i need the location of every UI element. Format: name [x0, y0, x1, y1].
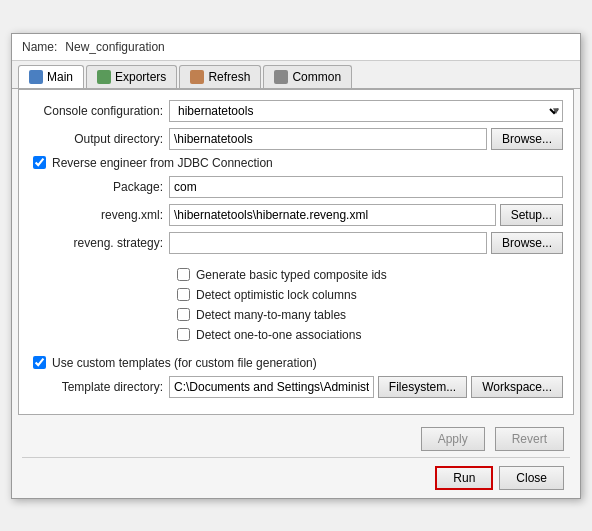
tab-exporters[interactable]: Exporters — [86, 65, 177, 88]
reveng-strategy-row: reveng. strategy: Browse... — [29, 232, 563, 254]
config-name: New_configuration — [65, 40, 164, 54]
checkbox4-label: Detect one-to-one associations — [196, 328, 361, 342]
bottom-area: Apply Revert Run Close — [12, 415, 580, 498]
exporters-icon — [97, 70, 111, 84]
console-config-row: Console configuration: hibernatetools ▼ — [29, 100, 563, 122]
custom-templates-row: Use custom templates (for custom file ge… — [29, 356, 563, 370]
checkbox1[interactable] — [177, 268, 190, 281]
run-close-row: Run Close — [22, 457, 570, 490]
console-config-select[interactable]: hibernatetools — [169, 100, 563, 122]
tab-content: Console configuration: hibernatetools ▼ … — [18, 89, 574, 415]
package-input[interactable] — [169, 176, 563, 198]
custom-templates-label: Use custom templates (for custom file ge… — [52, 356, 317, 370]
checkbox3-label: Detect many-to-many tables — [196, 308, 346, 322]
tab-main[interactable]: Main — [18, 65, 84, 88]
package-row: Package: — [29, 176, 563, 198]
refresh-icon — [190, 70, 204, 84]
browse2-button[interactable]: Browse... — [491, 232, 563, 254]
apply-revert-row: Apply Revert — [22, 423, 570, 451]
checkbox1-label: Generate basic typed composite ids — [196, 268, 387, 282]
apply-button[interactable]: Apply — [421, 427, 485, 451]
template-dir-input[interactable] — [169, 376, 374, 398]
dialog-window: Name: New_configuration Main Exporters R… — [11, 33, 581, 499]
close-button[interactable]: Close — [499, 466, 564, 490]
tab-exporters-label: Exporters — [115, 70, 166, 84]
reveng-strategy-input[interactable] — [169, 232, 487, 254]
output-dir-row: Output directory: Browse... — [29, 128, 563, 150]
output-dir-label: Output directory: — [29, 132, 169, 146]
template-dir-label: Template directory: — [29, 380, 169, 394]
reverse-engineer-label: Reverse engineer from JDBC Connection — [52, 156, 273, 170]
checkbox3-row: Detect many-to-many tables — [29, 308, 563, 322]
reveng-strategy-label: reveng. strategy: — [29, 236, 169, 250]
workspace-button[interactable]: Workspace... — [471, 376, 563, 398]
main-icon — [29, 70, 43, 84]
tab-refresh-label: Refresh — [208, 70, 250, 84]
reverse-engineer-row: Reverse engineer from JDBC Connection — [29, 156, 563, 170]
console-config-select-wrapper: hibernatetools ▼ — [169, 100, 563, 122]
common-icon — [274, 70, 288, 84]
title-bar: Name: New_configuration — [12, 34, 580, 61]
name-label: Name: — [22, 40, 57, 54]
checkbox1-row: Generate basic typed composite ids — [29, 268, 563, 282]
checkbox2[interactable] — [177, 288, 190, 301]
tab-refresh[interactable]: Refresh — [179, 65, 261, 88]
reveng-xml-label: reveng.xml: — [29, 208, 169, 222]
revert-button[interactable]: Revert — [495, 427, 564, 451]
run-button[interactable]: Run — [435, 466, 493, 490]
template-dir-row: Template directory: Filesystem... Worksp… — [29, 376, 563, 398]
output-dir-input[interactable] — [169, 128, 487, 150]
console-config-label: Console configuration: — [29, 104, 169, 118]
tab-common-label: Common — [292, 70, 341, 84]
reverse-engineer-checkbox[interactable] — [33, 156, 46, 169]
checkbox2-label: Detect optimistic lock columns — [196, 288, 357, 302]
reveng-xml-row: reveng.xml: Setup... — [29, 204, 563, 226]
browse1-button[interactable]: Browse... — [491, 128, 563, 150]
reveng-xml-input[interactable] — [169, 204, 496, 226]
tab-bar: Main Exporters Refresh Common — [12, 61, 580, 89]
tab-common[interactable]: Common — [263, 65, 352, 88]
checkbox4-row: Detect one-to-one associations — [29, 328, 563, 342]
tab-main-label: Main — [47, 70, 73, 84]
checkbox2-row: Detect optimistic lock columns — [29, 288, 563, 302]
setup-button[interactable]: Setup... — [500, 204, 563, 226]
custom-templates-checkbox[interactable] — [33, 356, 46, 369]
filesystem-button[interactable]: Filesystem... — [378, 376, 467, 398]
package-label: Package: — [29, 180, 169, 194]
checkbox4[interactable] — [177, 328, 190, 341]
checkbox3[interactable] — [177, 308, 190, 321]
